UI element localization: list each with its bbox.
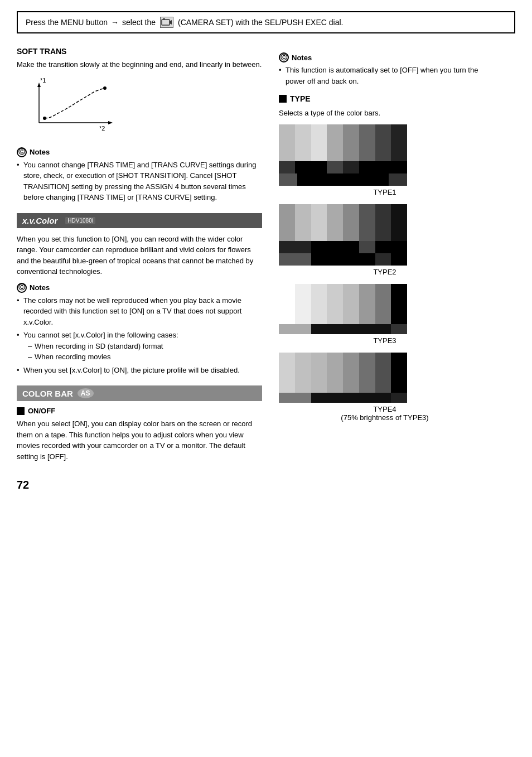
type1-label: TYPE1: [279, 188, 491, 196]
type1-top: [279, 124, 407, 161]
type2-label: TYPE2: [279, 268, 491, 276]
page-number: 72: [17, 479, 262, 491]
camera-icon-box: [160, 17, 173, 28]
soft-trans-title: SOFT TRANS: [17, 47, 262, 56]
type2-top: [279, 204, 407, 241]
type-section: TYPE Selects a type of the color bars.: [279, 94, 491, 422]
type1-container: TYPE1: [279, 124, 491, 196]
svg-point-7: [43, 117, 46, 120]
square-icon: [17, 407, 25, 415]
onoff-label: ON/OFF: [28, 407, 55, 415]
xvcolor-note-1: The colors may not be well reproduced wh…: [17, 295, 262, 328]
svg-rect-0: [162, 20, 170, 25]
t1-seg3: [311, 124, 327, 161]
topbar-end: (CAMERA SET) with the SEL/PUSH EXEC dial…: [178, 18, 343, 27]
type1-bottom: [279, 173, 407, 186]
t1-seg4: [327, 124, 343, 161]
top-instruction-bar: Press the MENU button → select the (CAME…: [17, 11, 515, 33]
type2-middle: [279, 241, 407, 253]
t1-seg1: [279, 124, 295, 161]
t1-seg6: [359, 124, 375, 161]
t1-seg8: [391, 124, 407, 161]
type3-container: TYPE3: [279, 284, 491, 345]
xvcolor-note-3: When you set [x.v.Color] to [ON], the pi…: [17, 365, 262, 376]
soft-trans-notes-header: Ⓒ Notes: [17, 147, 262, 157]
topbar-middle: select the: [122, 18, 156, 27]
svg-text:*2: *2: [99, 125, 105, 132]
topbar-text: Press the MENU button: [26, 18, 108, 27]
t1-seg2: [295, 124, 311, 161]
xvcolor-sub1: When recording in SD (standard) format: [23, 341, 262, 352]
type4-image: [279, 353, 407, 403]
xvcolor-sub2: When recording movies: [23, 351, 262, 363]
soft-trans-body: Make the transition slowly at the beginn…: [17, 59, 262, 70]
type2-image: [279, 204, 407, 266]
xvcolor-badge: HDV1080i: [65, 217, 95, 224]
type4-bottom: [279, 393, 407, 403]
colorbar-title: COLOR BAR: [22, 389, 73, 398]
t1-seg5: [343, 124, 359, 161]
type3-top: [279, 284, 407, 324]
right-notes-icon: Ⓒ: [279, 52, 289, 62]
type-square-icon: [279, 95, 287, 103]
xvcolor-notes-header: Ⓒ Notes: [17, 283, 262, 293]
xvcolor-header: x.v.Color HDV1080i: [17, 213, 262, 228]
type2-bottom: [279, 253, 407, 266]
soft-trans-diagram: *1 *2: [28, 78, 117, 139]
type3-bottom: [279, 324, 407, 334]
right-notes-header: Ⓒ Notes: [279, 52, 491, 62]
onoff-body: When you select [ON], you can display co…: [17, 418, 262, 462]
type1-middle: [279, 161, 407, 173]
type4-container: TYPE4(75% brightness of TYPE3): [279, 353, 491, 422]
xvcolor-title: x.v.Color: [22, 216, 57, 225]
svg-text:*1: *1: [40, 78, 46, 84]
soft-trans-section: SOFT TRANS Make the transition slowly at…: [17, 47, 262, 203]
type3-label: TYPE3: [279, 336, 491, 345]
svg-marker-6: [108, 121, 113, 124]
right-column: Ⓒ Notes This function is automatically s…: [279, 47, 491, 491]
topbar-arrow: →: [111, 18, 119, 27]
type2-container: TYPE2: [279, 204, 491, 276]
t1-seg7: [375, 124, 391, 161]
right-notes-list: This function is automatically set to [O…: [279, 65, 491, 86]
type1-image: [279, 124, 407, 186]
xvcolor-section: x.v.Color HDV1080i When you set this fun…: [17, 213, 262, 376]
soft-trans-note-1: You cannot change [TRANS TIME] and [TRAN…: [17, 160, 262, 203]
type3-image: [279, 284, 407, 334]
xvcolor-notes-list: The colors may not be well reproduced wh…: [17, 295, 262, 376]
type4-label: TYPE4(75% brightness of TYPE3): [279, 405, 491, 422]
soft-trans-notes-list: You cannot change [TRANS TIME] and [TRAN…: [17, 160, 262, 203]
diagram-svg: *1 *2: [28, 78, 117, 134]
svg-rect-2: [163, 18, 165, 20]
type4-top: [279, 353, 407, 393]
colorbar-header: COLOR BAR AS: [17, 385, 262, 401]
colorbar-section: COLOR BAR AS ON/OFF When you select [ON]…: [17, 385, 262, 462]
left-column: SOFT TRANS Make the transition slowly at…: [17, 47, 262, 491]
notes-icon: Ⓒ: [17, 147, 27, 157]
xvcolor-body: When you set this function to [ON], you …: [17, 234, 262, 277]
svg-point-8: [103, 86, 107, 90]
xvcolor-notes-icon: Ⓒ: [17, 283, 27, 293]
colorbar-badge: AS: [78, 388, 94, 398]
xvcolor-note-2: You cannot set [x.v.Color] in the follow…: [17, 330, 262, 363]
onoff-title: ON/OFF: [17, 407, 262, 415]
type-title: TYPE: [279, 94, 491, 103]
right-note-1: This function is automatically set to [O…: [279, 65, 491, 86]
type-body: Selects a type of the color bars.: [279, 108, 491, 119]
